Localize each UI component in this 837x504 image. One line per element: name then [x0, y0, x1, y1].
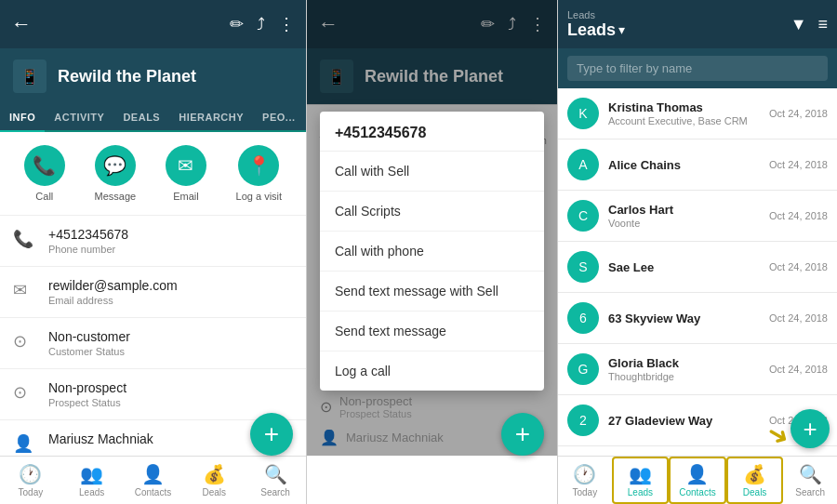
lead-item[interactable]: C Carlos Hart Voonte Oct 24, 2018 — [558, 191, 837, 242]
call-label: Call — [35, 191, 53, 202]
phone-icon: 📞 — [13, 229, 39, 249]
lead-name: Gloria Black — [608, 356, 769, 370]
right-deals-icon: 💰 — [743, 463, 766, 485]
call-button[interactable]: 📞 Call — [24, 145, 65, 202]
prospect-status: Non-prospect — [48, 380, 126, 395]
nav-contacts-label: Contacts — [135, 487, 171, 497]
right-nav-search-label: Search — [795, 487, 825, 497]
today-icon: 🕐 — [19, 463, 42, 485]
message-label: Message — [95, 191, 137, 202]
lead-name: 63 Skyview Way — [608, 312, 769, 325]
left-content: 📞 Call 💬 Message ✉ Email 📍 Log a visit 📞… — [0, 132, 306, 456]
email-label: Email address — [48, 295, 178, 306]
prospect-status-label: Prospect Status — [48, 397, 126, 408]
nav-search-label: Search — [260, 487, 290, 497]
filter-icon[interactable]: ▼ — [790, 15, 807, 34]
right-nav-leads-label: Leads — [628, 487, 653, 497]
right-search-icon: 🔍 — [799, 463, 822, 485]
tab-hierarchy[interactable]: HIERARCHY — [169, 104, 253, 130]
middle-panel: ← ✏ ⤴ ⋮ 📱 Rewild the Planet +4512345678 … — [307, 0, 558, 504]
top-bar-icons: ✏ ⤴ ⋮ — [230, 14, 295, 34]
message-icon: 💬 — [95, 145, 136, 186]
email-icon: ✉ — [166, 145, 206, 186]
tab-deals[interactable]: DEALS — [113, 104, 169, 130]
lead-info: Gloria Black Thoughtbridge — [608, 356, 769, 382]
action-buttons: 📞 Call 💬 Message ✉ Email 📍 Log a visit — [0, 132, 306, 216]
email-label: Email — [173, 191, 199, 202]
leads-dropdown-arrow[interactable]: ▾ — [618, 22, 625, 37]
nav-deals[interactable]: 💰 Deals — [183, 457, 245, 504]
leads-icon: 👥 — [80, 463, 103, 485]
filter-bar — [558, 48, 837, 88]
customer-status-icon: ⊙ — [13, 331, 39, 351]
right-nav-deals[interactable]: 💰 Deals — [726, 457, 784, 504]
send-text-item[interactable]: Send text message — [320, 312, 544, 351]
call-with-phone-item[interactable]: Call with phone — [320, 232, 544, 272]
more-icon[interactable]: ⋮ — [278, 14, 295, 34]
right-today-icon: 🕐 — [573, 463, 596, 485]
lead-item[interactable]: 6 63 Skyview Way Oct 24, 2018 — [558, 293, 837, 344]
call-icon: 📞 — [24, 145, 65, 186]
lead-item[interactable]: 3 31 Gladeview Way Oct 24, 2018 — [558, 446, 837, 456]
info-tabs: INFO ACTIVITY DEALS HIERARCHY PEO... — [0, 104, 306, 132]
call-with-sell-item[interactable]: Call with Sell — [320, 152, 544, 192]
lead-item[interactable]: A Alice Chains Oct 24, 2018 — [558, 139, 837, 191]
customer-status-label: Customer Status — [48, 346, 130, 357]
filter-input[interactable] — [567, 56, 828, 81]
lead-avatar: 2 — [567, 405, 599, 436]
log-visit-label: Log a visit — [236, 191, 283, 202]
share-icon[interactable]: ⤴ — [257, 15, 265, 34]
nav-search[interactable]: 🔍 Search — [245, 457, 306, 504]
middle-fab-button[interactable]: + — [501, 413, 544, 456]
lead-item[interactable]: K Kristina Thomas Account Executive, Bas… — [558, 88, 837, 139]
tab-activity[interactable]: ACTIVITY — [45, 104, 113, 130]
leads-title-group: Leads Leads ▾ — [567, 9, 790, 40]
email-button[interactable]: ✉ Email — [166, 145, 206, 202]
email-row: ✉ rewilder@sample.com Email address — [0, 267, 306, 318]
deals-icon: 💰 — [203, 463, 226, 485]
back-button[interactable]: ← — [11, 12, 32, 36]
leads-breadcrumb: Leads — [567, 9, 625, 20]
right-fab-button[interactable]: + — [790, 409, 830, 448]
call-scripts-item[interactable]: Call Scripts — [320, 192, 544, 232]
log-visit-icon: 📍 — [238, 145, 279, 186]
lead-item[interactable]: S Sae Lee Oct 24, 2018 — [558, 242, 837, 293]
fab-button[interactable]: + — [250, 413, 293, 456]
lead-info: Alice Chains — [608, 158, 769, 172]
right-contacts-icon: 👤 — [685, 463, 709, 485]
tab-people[interactable]: PEO... — [253, 104, 304, 130]
lead-avatar: K — [567, 98, 599, 129]
nav-today[interactable]: 🕐 Today — [0, 457, 61, 504]
lead-date: Oct 24, 2018 — [769, 210, 828, 221]
lead-name: Carlos Hart — [608, 203, 769, 217]
lead-date: Oct 24, 2018 — [769, 261, 828, 272]
lead-item[interactable]: G Gloria Black Thoughtbridge Oct 24, 201… — [558, 344, 837, 395]
right-nav-search[interactable]: 🔍 Search — [783, 457, 837, 504]
lead-avatar: A — [567, 149, 599, 180]
nav-leads[interactable]: 👥 Leads — [61, 457, 123, 504]
lead-name: Sae Lee — [608, 260, 769, 274]
right-leads-icon: 👥 — [629, 463, 652, 485]
customer-status-row: ⊙ Non-customer Customer Status — [0, 318, 306, 369]
lead-avatar: S — [567, 251, 599, 283]
lead-date: Oct 24, 2018 — [769, 364, 828, 375]
company-name: Rewild the Planet — [58, 67, 196, 86]
edit-icon[interactable]: ✏ — [230, 14, 244, 34]
right-nav-contacts[interactable]: 👤 Contacts — [669, 457, 726, 504]
right-nav-leads[interactable]: 👥 Leads — [612, 457, 670, 504]
nav-contacts[interactable]: 👤 Contacts — [123, 457, 184, 504]
prospect-status-row: ⊙ Non-prospect Prospect Status — [0, 369, 306, 420]
log-visit-button[interactable]: 📍 Log a visit — [236, 145, 283, 202]
menu-icon[interactable]: ≡ — [817, 15, 828, 34]
right-nav-deals-label: Deals — [743, 487, 767, 497]
send-text-sell-item[interactable]: Send text message with Sell — [320, 272, 544, 312]
right-nav-today[interactable]: 🕐 Today — [558, 457, 612, 504]
contacts-icon: 👤 — [141, 463, 165, 485]
leads-list: K Kristina Thomas Account Executive, Bas… — [558, 88, 837, 456]
tab-info[interactable]: INFO — [0, 104, 45, 132]
message-button[interactable]: 💬 Message — [95, 145, 137, 202]
log-call-item[interactable]: Log a call — [320, 351, 544, 391]
phone-label: Phone number — [48, 244, 128, 255]
left-panel: ← ✏ ⤴ ⋮ 📱 Rewild the Planet INFO ACTIVIT… — [0, 0, 307, 504]
customer-status: Non-customer — [48, 329, 130, 344]
